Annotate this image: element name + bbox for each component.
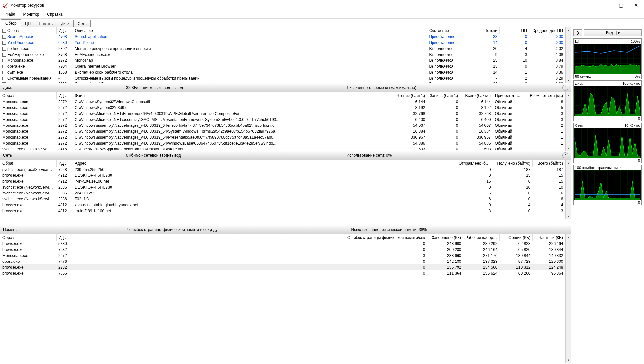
table-row[interactable]: opera.exe74760142 180187 32857 728129 60… <box>0 259 571 264</box>
disk-col-image[interactable]: Образ <box>0 92 56 99</box>
table-row[interactable]: browser.exe4912lr-in-f194.1e100.net15015 <box>0 178 571 184</box>
disk-col-write[interactable]: Запись (байт/с) <box>427 92 460 99</box>
table-row[interactable]: EoAExperiences.exe3768EoAExperiences.exe… <box>0 52 571 57</box>
mini-graph: Диск100 Кбит/с0 <box>573 80 642 121</box>
chevron-up-icon[interactable]: ⌃ <box>562 85 568 91</box>
mem-col-faults[interactable]: Ошибок страницы физической памяти/сек <box>73 234 427 241</box>
checkbox-icon[interactable] <box>2 41 6 45</box>
menu-monitor[interactable]: Монитор <box>20 11 43 18</box>
table-row[interactable]: browser.exe79320200 280246 16465 820180 … <box>0 247 571 253</box>
view-dropdown[interactable]: Вид │▾ <box>584 29 642 36</box>
table-row[interactable]: browser.exe53800243 900289 29262 828226 … <box>0 241 571 247</box>
close-button[interactable]: ✕ <box>629 0 644 10</box>
col-pid[interactable]: ИД пр... <box>56 27 73 34</box>
mem-col-pid[interactable]: ИД пр... <box>56 234 73 241</box>
table-row[interactable]: dwm.exe1068Диспетчер окон рабочего стола… <box>0 69 571 75</box>
checkbox-icon[interactable] <box>2 59 6 62</box>
disk-col-read[interactable]: Чтение (байт/с) <box>394 92 427 99</box>
table-row[interactable]: opera.exe8012Opera Internet BrowserВыпол… <box>0 81 571 83</box>
table-row[interactable]: svchost.exe (NetworkService -p)2036DESKT… <box>0 184 571 190</box>
table-row[interactable]: browser.exe4912DESKTOP-H5HU73001515 <box>0 172 571 178</box>
table-row[interactable]: YourPhone.exe6280YourPhoneПриостановлено… <box>0 40 571 46</box>
disk-col-resp[interactable]: Время ответа (мс) <box>526 92 565 99</box>
disk-col-file[interactable]: Файл <box>73 92 394 99</box>
checkbox-icon[interactable] <box>2 47 6 51</box>
mem-header[interactable]: Память 7 ошибок страницы физической памя… <box>0 225 571 234</box>
mini-graph: Сеть10 Кбит/с0 <box>573 123 642 163</box>
minimize-button[interactable]: — <box>598 0 613 10</box>
mem-col-shared[interactable]: Общий (КБ) <box>500 234 533 241</box>
col-status[interactable]: Состояние <box>427 27 470 34</box>
col-desc[interactable]: Описание <box>73 27 427 34</box>
table-row[interactable]: browser.exe75560111 364156 62460 26096 3… <box>0 270 571 276</box>
scrollbar-net[interactable]: ▴▾ <box>565 160 571 219</box>
table-row[interactable]: browser.exe4912xiva-daria.stable.qloud-b… <box>0 202 571 208</box>
table-row[interactable]: Monosnap.exe2272C:\Windows\Microsoft.NET… <box>0 117 571 123</box>
maximize-button[interactable]: ▢ <box>613 0 629 10</box>
menu-file[interactable]: Файл <box>2 11 19 18</box>
table-row[interactable]: Monosnap.exe2272C:\Windows\assembly\Nati… <box>0 140 571 146</box>
checkbox-icon[interactable] <box>2 65 6 68</box>
checkbox-icon[interactable] <box>2 53 6 57</box>
net-col-image[interactable]: Образ <box>0 160 56 167</box>
titlebar[interactable]: Монитор ресурсов — ▢ ✕ <box>0 0 644 10</box>
table-row[interactable]: browser.exe4912lm-in-f189.1e100.net303 <box>0 208 571 214</box>
check-all-icon[interactable] <box>2 29 6 33</box>
tab-disk[interactable]: Диск <box>57 20 74 27</box>
mem-col-commit[interactable]: Завершено (КБ) <box>427 234 463 241</box>
col-image[interactable]: Образ <box>7 28 19 33</box>
table-row[interactable]: Monosnap.exe22723233 660271 176130 84414… <box>0 253 571 259</box>
menu-help[interactable]: Справка <box>44 11 66 18</box>
net-col-pid[interactable]: ИД пр... <box>56 160 73 167</box>
main-pane: Образ ИД пр... Описание Состояние Потоки… <box>0 27 571 363</box>
scrollbar-mem[interactable]: ▴▾ <box>565 234 571 363</box>
table-row[interactable]: Monosnap.exe2272C:\Windows\Microsoft.NET… <box>0 111 571 117</box>
table-row[interactable]: SearchApp.exe4708Search applicationПриос… <box>0 34 571 40</box>
table-row[interactable]: Monosnap.exe2272C:\Windows\assembly\Nati… <box>0 123 571 128</box>
table-row[interactable]: Monosnap.exe2272C:\Windows\System32\d3d9… <box>0 105 571 111</box>
table-row[interactable]: svchost.exe (NetworkService -p)2036224.0… <box>0 190 571 196</box>
chevron-up-icon[interactable]: ⌃ <box>562 152 568 158</box>
mem-col-private[interactable]: Частный (КБ) <box>533 234 565 241</box>
table-row[interactable]: browser.exe27320136 792234 560110 312124… <box>0 264 571 270</box>
tab-network[interactable]: Сеть <box>73 20 91 27</box>
checkbox-icon[interactable] <box>2 35 6 39</box>
menubar: Файл Монитор Справка <box>0 10 644 19</box>
table-row[interactable]: Monosnap.exe2272C:\Windows\assembly\Nati… <box>0 128 571 134</box>
table-row[interactable]: Monosnap.exe2272MonosnapВыполняется25100… <box>0 57 571 63</box>
table-row[interactable]: perfmon.exe2892Монитор ресурсов и произв… <box>0 46 571 52</box>
tab-cpu[interactable]: ЦП <box>21 20 35 27</box>
table-row[interactable]: svchost.exe (LocalServiceAndNoIm...70282… <box>0 167 571 172</box>
checkbox-icon[interactable] <box>2 82 6 83</box>
tab-memory[interactable]: Память <box>35 20 57 27</box>
tab-overview[interactable]: Обзор <box>1 19 21 27</box>
net-col-sent[interactable]: Отправлено (ба... <box>457 160 493 167</box>
table-row[interactable]: Monosnap.exe2272C:\Windows\assembly\Nati… <box>0 134 571 140</box>
square-blue-icon <box>342 154 345 157</box>
table-row[interactable]: svchost.exe (UnistackSvcGroup)3416C:\Use… <box>0 146 571 151</box>
net-col-recv[interactable]: Получено (байт/с) <box>493 160 533 167</box>
col-avg[interactable]: Среднее для ЦП <box>529 27 565 34</box>
collapse-sidebar-button[interactable]: ❯ <box>573 29 582 36</box>
disk-col-pid[interactable]: ИД пр... <box>56 92 73 99</box>
table-row[interactable]: opera.exe7704Opera Internet BrowserВыпол… <box>0 63 571 69</box>
checkbox-icon[interactable] <box>2 77 6 80</box>
col-threads[interactable]: Потоки <box>470 27 500 34</box>
table-row[interactable]: Monosnap.exe2272C:\Windows\System32\Wind… <box>0 99 571 105</box>
scrollbar-cpu[interactable]: ▴▾ <box>565 27 571 83</box>
mem-col-image[interactable]: Образ <box>0 234 56 241</box>
disk-col-prio[interactable]: Приоритет ввод... <box>493 92 526 99</box>
net-header[interactable]: Сеть 0 кбит/с - сетевой ввод-вывод Испол… <box>0 151 571 160</box>
square-green-icon <box>121 228 125 232</box>
col-cpu[interactable]: ЦП <box>500 27 529 34</box>
table-row[interactable]: svchost.exe (NetworkService -p)2036ff02:… <box>0 196 571 202</box>
checkbox-icon[interactable] <box>2 71 6 74</box>
table-row[interactable]: Системные прерывания-Отложенные вызовы п… <box>0 75 571 81</box>
disk-col-total[interactable]: Всего (байт/с) <box>460 92 493 99</box>
disk-header[interactable]: Диск 32 КБ/с - дисковый ввод-вывод 1% ак… <box>0 83 571 92</box>
mem-col-ws[interactable]: Рабочий набор (... <box>463 234 500 241</box>
app-icon <box>3 3 8 8</box>
net-col-total[interactable]: Всего (байт/с) <box>533 160 565 167</box>
scrollbar-disk[interactable]: ▴▾ <box>565 92 571 151</box>
net-col-addr[interactable]: Адрес <box>73 160 457 167</box>
